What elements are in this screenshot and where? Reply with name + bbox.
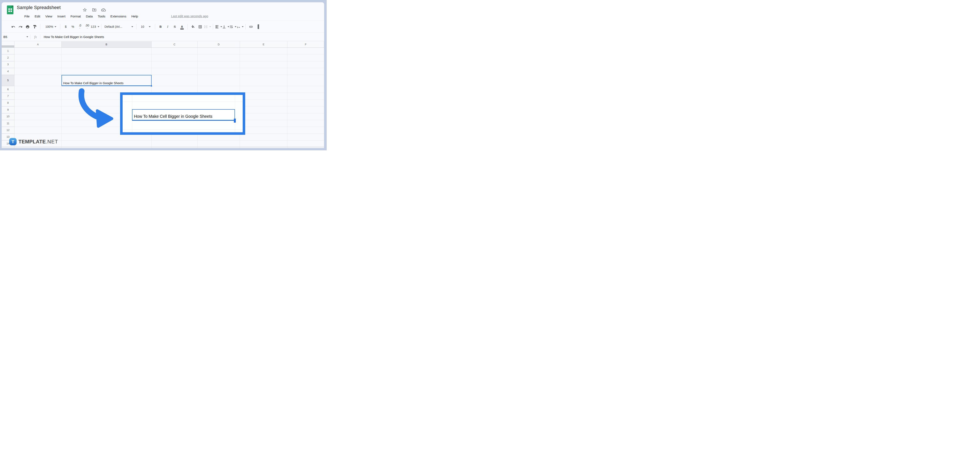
column-header-F[interactable]: F bbox=[287, 41, 324, 48]
cell-E8[interactable] bbox=[240, 100, 287, 107]
zoom-select[interactable]: 100% bbox=[43, 24, 58, 30]
cell-F11[interactable] bbox=[287, 120, 324, 127]
cell-C6[interactable] bbox=[151, 86, 197, 93]
menu-data[interactable]: Data bbox=[83, 14, 95, 18]
redo-icon[interactable] bbox=[17, 24, 24, 30]
cell-B4[interactable] bbox=[62, 68, 151, 75]
star-icon[interactable] bbox=[83, 8, 87, 12]
cell-E10[interactable] bbox=[240, 113, 287, 120]
cell-A10[interactable] bbox=[14, 113, 62, 120]
paint-format-icon[interactable] bbox=[31, 24, 38, 30]
cell-F14[interactable] bbox=[287, 140, 324, 147]
increase-decimal-button[interactable]: .00→ bbox=[84, 24, 91, 30]
menu-tools[interactable]: Tools bbox=[95, 14, 108, 18]
cell-A15[interactable] bbox=[14, 147, 62, 148]
cell-E5[interactable] bbox=[240, 75, 287, 86]
cell-E7[interactable] bbox=[240, 93, 287, 99]
cell-D2[interactable] bbox=[197, 54, 240, 61]
row-header-8[interactable]: 8 bbox=[2, 100, 14, 107]
row-header-7[interactable]: 7 bbox=[2, 93, 14, 99]
cell-E1[interactable] bbox=[240, 48, 287, 54]
font-size-select[interactable]: 10 bbox=[139, 24, 152, 30]
menu-insert[interactable]: Insert bbox=[55, 14, 68, 18]
decrease-decimal-button[interactable]: .0← bbox=[76, 24, 84, 30]
cell-D1[interactable] bbox=[197, 48, 240, 54]
row-header-5[interactable]: 5 bbox=[2, 75, 14, 86]
cell-A12[interactable] bbox=[14, 127, 62, 134]
cell-B1[interactable] bbox=[62, 48, 151, 54]
cell-B2[interactable] bbox=[62, 54, 151, 61]
cell-B14[interactable] bbox=[62, 140, 151, 147]
row-header-1[interactable]: 1 bbox=[2, 48, 14, 54]
font-family-select[interactable]: Default (Ari... bbox=[103, 24, 134, 30]
cell-D4[interactable] bbox=[197, 68, 240, 75]
fill-color-icon[interactable] bbox=[189, 24, 197, 30]
move-folder-icon[interactable] bbox=[92, 8, 97, 12]
cell-C2[interactable] bbox=[151, 54, 197, 61]
cell-D6[interactable] bbox=[197, 86, 240, 93]
cell-D5[interactable] bbox=[197, 75, 240, 86]
cell-E12[interactable] bbox=[240, 127, 287, 134]
cell-A6[interactable] bbox=[14, 86, 62, 93]
cell-A11[interactable] bbox=[14, 120, 62, 127]
cell-F15[interactable] bbox=[287, 147, 324, 148]
cell-B5[interactable] bbox=[62, 75, 151, 86]
undo-icon[interactable] bbox=[10, 24, 17, 30]
cell-C3[interactable] bbox=[151, 61, 197, 68]
cell-B6[interactable] bbox=[62, 86, 151, 93]
column-header-A[interactable]: A bbox=[14, 41, 62, 48]
cell-C4[interactable] bbox=[151, 68, 197, 75]
merge-cells-icon[interactable] bbox=[204, 24, 211, 30]
menu-edit[interactable]: Edit bbox=[32, 14, 43, 18]
cell-F4[interactable] bbox=[287, 68, 324, 75]
cell-F2[interactable] bbox=[287, 54, 324, 61]
sheets-logo-icon[interactable] bbox=[7, 5, 13, 14]
cell-F6[interactable] bbox=[287, 86, 324, 93]
menu-view[interactable]: View bbox=[43, 14, 55, 18]
document-title[interactable]: Sample Spreadsheet bbox=[17, 5, 60, 10]
cell-A1[interactable] bbox=[14, 48, 62, 54]
cell-C1[interactable] bbox=[151, 48, 197, 54]
cell-A9[interactable] bbox=[14, 107, 62, 113]
column-header-B[interactable]: B bbox=[62, 41, 151, 48]
text-color-button[interactable]: A bbox=[178, 24, 186, 30]
cloud-check-icon[interactable] bbox=[101, 8, 106, 12]
menu-format[interactable]: Format bbox=[68, 14, 83, 18]
menu-extensions[interactable]: Extensions bbox=[108, 14, 129, 18]
column-header-E[interactable]: E bbox=[240, 41, 287, 48]
format-currency-button[interactable]: $ bbox=[62, 24, 69, 30]
column-header-C[interactable]: C bbox=[151, 41, 197, 48]
row-header-9[interactable]: 9 bbox=[2, 107, 14, 113]
cell-E9[interactable] bbox=[240, 107, 287, 113]
more-formats-button[interactable]: 123 bbox=[91, 24, 99, 30]
cell-A4[interactable] bbox=[14, 68, 62, 75]
cell-F1[interactable] bbox=[287, 48, 324, 54]
cell-D3[interactable] bbox=[197, 61, 240, 68]
cell-E14[interactable] bbox=[240, 140, 287, 147]
cell-A5[interactable] bbox=[14, 75, 62, 86]
cell-F8[interactable] bbox=[287, 100, 324, 107]
cell-C15[interactable] bbox=[151, 147, 197, 148]
text-wrap-icon[interactable] bbox=[229, 24, 236, 30]
cell-F7[interactable] bbox=[287, 93, 324, 99]
bold-button[interactable]: B bbox=[157, 24, 164, 30]
cell-B15[interactable] bbox=[62, 147, 151, 148]
cell-A8[interactable] bbox=[14, 100, 62, 107]
borders-icon[interactable] bbox=[197, 24, 204, 30]
text-rotation-icon[interactable]: A bbox=[236, 24, 243, 30]
cell-E11[interactable] bbox=[240, 120, 287, 127]
last-edit-link[interactable]: Last edit was seconds ago bbox=[171, 14, 208, 18]
row-header-2[interactable]: 2 bbox=[2, 54, 14, 61]
cell-F3[interactable] bbox=[287, 61, 324, 68]
cell-B3[interactable] bbox=[62, 61, 151, 68]
cell-E2[interactable] bbox=[240, 54, 287, 61]
cell-F5[interactable] bbox=[287, 75, 324, 86]
cell-E3[interactable] bbox=[240, 61, 287, 68]
cell-F10[interactable] bbox=[287, 113, 324, 120]
row-header-6[interactable]: 6 bbox=[2, 86, 14, 93]
italic-button[interactable]: I bbox=[164, 24, 171, 30]
row-header-partial[interactable] bbox=[2, 147, 14, 148]
row-header-3[interactable]: 3 bbox=[2, 61, 14, 68]
cell-A2[interactable] bbox=[14, 54, 62, 61]
vertical-align-icon[interactable] bbox=[222, 24, 229, 30]
